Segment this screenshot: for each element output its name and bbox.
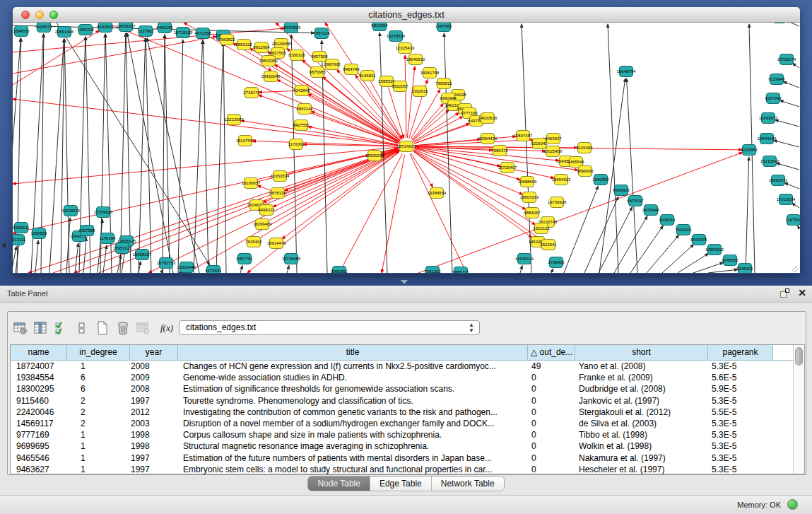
table-row[interactable]: 1872400712008Changes of HCN gene express… bbox=[11, 361, 804, 372]
graph-node[interactable]: 19654923 bbox=[552, 175, 571, 185]
graph-edge[interactable] bbox=[61, 39, 64, 273]
graph-edge[interactable] bbox=[339, 154, 402, 273]
graph-node[interactable]: 19756928 bbox=[548, 197, 567, 208]
graph-node[interactable]: 8860128 bbox=[235, 40, 252, 50]
graph-node[interactable]: 9174531 bbox=[205, 266, 222, 274]
graph-edge[interactable] bbox=[83, 238, 86, 273]
graph-edge[interactable] bbox=[413, 112, 459, 141]
graph-node[interactable]: 8471676 bbox=[690, 235, 707, 245]
rows-icon[interactable] bbox=[74, 320, 90, 336]
select-columns-icon[interactable] bbox=[54, 320, 69, 336]
minimize-window-button[interactable] bbox=[35, 11, 44, 19]
graph-node[interactable]: 18724007 bbox=[397, 141, 416, 152]
graph-edge[interactable] bbox=[194, 40, 203, 273]
graph-edge[interactable] bbox=[786, 23, 799, 26]
graph-node[interactable]: 10719185 bbox=[174, 28, 193, 38]
graph-node[interactable]: 9405572 bbox=[35, 23, 52, 33]
graph-edge[interactable] bbox=[780, 100, 799, 107]
graph-node[interactable]: 7963822 bbox=[218, 35, 235, 45]
graph-node[interactable]: 8163824 bbox=[97, 23, 114, 33]
graph-node[interactable]: 9875685 bbox=[309, 67, 326, 78]
graph-edge[interactable] bbox=[792, 203, 799, 208]
import-table-icon[interactable] bbox=[136, 320, 151, 336]
graph-node[interactable]: 9242848 bbox=[293, 86, 310, 96]
graph-edge[interactable] bbox=[75, 243, 78, 273]
table-row[interactable]: 969969511998Structural magnetic resonanc… bbox=[11, 440, 804, 452]
graph-node[interactable]: 16914479 bbox=[267, 238, 286, 249]
graph-edge[interactable] bbox=[414, 151, 526, 210]
graph-node[interactable]: 15720407 bbox=[498, 163, 517, 173]
graph-node[interactable]: 8350511 bbox=[13, 223, 30, 233]
graph-node[interactable]: 8912954 bbox=[253, 42, 270, 53]
graph-node[interactable]: 7632621 bbox=[675, 225, 692, 235]
graph-node[interactable]: 20206576 bbox=[61, 206, 81, 216]
graph-node[interactable]: 9115460 bbox=[577, 143, 594, 153]
graph-node[interactable]: 14620616 bbox=[478, 113, 498, 124]
graph-edge[interactable] bbox=[35, 240, 38, 273]
graph-node[interactable]: 1170061 bbox=[288, 139, 305, 150]
graph-node[interactable]: 10688609 bbox=[518, 177, 537, 187]
graph-edge[interactable] bbox=[522, 24, 531, 273]
graph-node[interactable]: 18107553 bbox=[236, 136, 255, 146]
graph-node[interactable]: 1694556 bbox=[13, 26, 30, 37]
graph-node[interactable]: 1597343 bbox=[771, 23, 788, 23]
graph-node[interactable]: 12444194 bbox=[758, 134, 777, 144]
column-header-year[interactable]: year bbox=[130, 345, 178, 360]
graph-node[interactable]: 8427552 bbox=[293, 120, 310, 131]
graph-node[interactable]: 10807487 bbox=[514, 131, 533, 141]
close-window-button[interactable] bbox=[21, 11, 30, 19]
graph-node[interactable]: 1615132 bbox=[533, 223, 550, 234]
window-titlebar[interactable]: citations_edges.txt bbox=[13, 7, 800, 23]
graph-edge[interactable] bbox=[405, 55, 406, 138]
float-panel-icon[interactable] bbox=[780, 288, 789, 298]
graph-node[interactable]: 9129946 bbox=[768, 74, 785, 85]
graph-edge[interactable] bbox=[257, 185, 271, 190]
graph-node[interactable]: 15751074 bbox=[777, 54, 796, 65]
graph-node[interactable]: 16958107 bbox=[133, 250, 152, 260]
graph-node[interactable]: 8990852 bbox=[331, 267, 348, 274]
column-header-name[interactable]: name bbox=[11, 345, 67, 360]
tab-network-table[interactable]: Network Table bbox=[431, 477, 504, 491]
function-builder-icon[interactable]: f(x) bbox=[160, 322, 173, 334]
graph-node[interactable]: 7691202 bbox=[424, 267, 441, 274]
graph-edge[interactable] bbox=[774, 141, 799, 147]
graph-node[interactable]: 9146821 bbox=[359, 71, 376, 81]
graph-edge[interactable] bbox=[410, 154, 466, 273]
graph-node[interactable]: 9245602 bbox=[736, 264, 753, 274]
graph-node[interactable]: 2935114 bbox=[659, 215, 676, 226]
graph-node[interactable]: 7955812 bbox=[435, 78, 452, 89]
collapse-panel-arrow-icon[interactable] bbox=[1, 243, 6, 248]
zoom-window-button[interactable] bbox=[49, 11, 58, 19]
table-row[interactable]: 911546021997Tourette syndrome. Phenomeno… bbox=[11, 395, 804, 407]
table-columns-icon[interactable] bbox=[33, 320, 49, 336]
graph-node[interactable]: 8186328 bbox=[288, 50, 305, 61]
graph-edge[interactable] bbox=[216, 42, 223, 273]
graph-edge[interactable] bbox=[792, 64, 799, 68]
graph-node[interactable]: 16033809 bbox=[282, 23, 301, 33]
graph-node[interactable]: 4671358 bbox=[194, 28, 211, 39]
graph-edge[interactable] bbox=[13, 148, 398, 233]
graph-edge[interactable] bbox=[308, 94, 399, 143]
graph-node[interactable]: 9886121 bbox=[452, 267, 469, 274]
graph-edge[interactable] bbox=[240, 266, 242, 273]
graph-edge[interactable] bbox=[203, 40, 208, 273]
graph-edge[interactable] bbox=[627, 78, 637, 273]
graph-node[interactable]: 9884067 bbox=[524, 208, 541, 218]
graph-node[interactable]: 19218506 bbox=[387, 31, 406, 42]
graph-node[interactable]: 9215953 bbox=[741, 145, 758, 156]
graph-node[interactable]: 8938923 bbox=[613, 185, 630, 196]
table-select-combo[interactable]: citations_edges.txt ▲▼ bbox=[179, 320, 480, 335]
graph-edge[interactable] bbox=[413, 110, 449, 141]
graph-node[interactable]: 16782753 bbox=[157, 258, 176, 269]
graph-node[interactable]: 12325419 bbox=[396, 43, 415, 54]
graph-edge[interactable] bbox=[746, 157, 749, 273]
splitter-handle-icon[interactable] bbox=[401, 280, 408, 284]
table-row[interactable]: 1830029562008Estimation of significance … bbox=[11, 383, 804, 395]
graph-node[interactable]: 1145194 bbox=[100, 233, 117, 244]
graph-node[interactable]: 6466160 bbox=[156, 23, 173, 33]
graph-node[interactable]: 16961758 bbox=[420, 68, 440, 78]
graph-edge[interactable] bbox=[614, 216, 647, 273]
graph-edge[interactable] bbox=[407, 66, 415, 138]
memory-status-indicator[interactable] bbox=[787, 499, 798, 510]
graph-edge[interactable] bbox=[139, 38, 146, 273]
